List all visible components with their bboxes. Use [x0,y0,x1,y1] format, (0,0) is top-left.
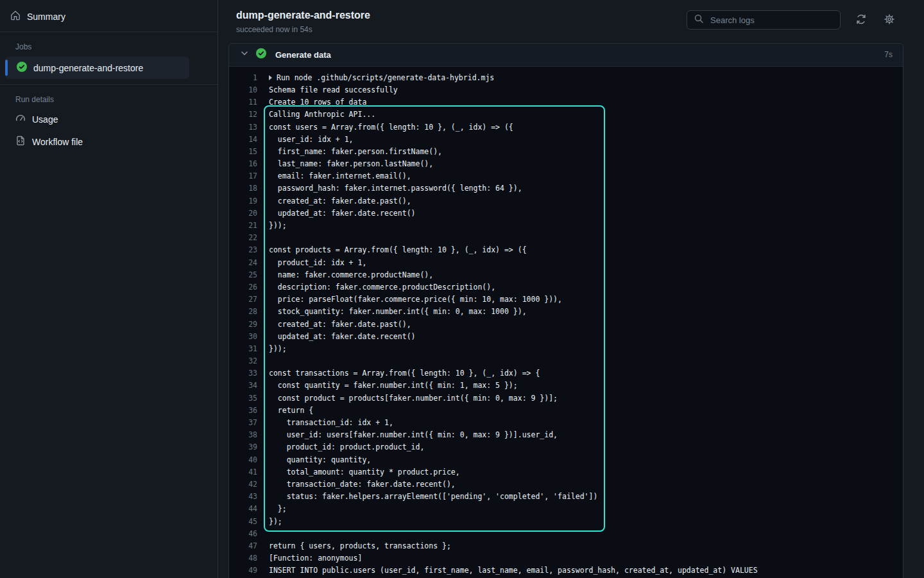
log-line-number[interactable]: 32 [229,355,257,367]
log-line-number[interactable]: 19 [229,195,257,207]
log-line-number[interactable]: 47 [229,540,257,552]
log-lines: 1Run node .github/scripts/generate-data-… [229,67,903,578]
page-title: dump-generate-and-restore [236,9,370,22]
settings-button[interactable] [882,12,897,29]
log-line[interactable]: 15 first_name: faker.person.firstName(), [229,146,903,158]
log-line[interactable]: 16 last_name: faker.person.lastName(), [229,158,903,170]
log-line[interactable]: 11Create 10 rows of data [229,96,903,109]
log-line[interactable]: 41 total_amount: quantity * product.pric… [229,466,903,478]
log-line-number[interactable]: 20 [229,207,257,220]
log-line[interactable]: 31})); [229,343,903,355]
log-line-number[interactable]: 34 [229,380,257,392]
log-line[interactable]: 18 password_hash: faker.internet.passwor… [229,182,903,195]
log-line[interactable]: 35 const product = products[faker.number… [229,392,903,405]
log-line-number[interactable]: 28 [229,306,257,318]
log-line[interactable]: 12Calling Anthropic API... [229,109,903,121]
log-line-number[interactable]: 26 [229,281,257,293]
log-line[interactable]: 23const products = Array.from({ length: … [229,244,903,256]
log-line-number[interactable]: 44 [229,503,257,515]
log-line-text: const quantity = faker.number.int({ min:… [257,380,903,392]
log-line-number[interactable]: 42 [229,478,257,491]
sidebar-divider [0,84,218,85]
log-line-number[interactable]: 31 [229,343,257,355]
log-line-number[interactable]: 36 [229,405,257,417]
log-line-number[interactable]: 1 [229,72,257,84]
log-line[interactable]: 27 price: parseFloat(faker.commerce.pric… [229,293,903,306]
log-line-number[interactable]: 46 [229,528,257,540]
log-line[interactable]: 33const transactions = Array.from({ leng… [229,367,903,380]
log-line[interactable]: 10Schema file read successfully [229,84,903,96]
log-line[interactable]: 49INSERT INTO public.users (user_id, fir… [229,565,903,577]
log-line[interactable]: 14 user_id: idx + 1, [229,134,903,146]
chevron-down-icon[interactable] [239,48,250,61]
sidebar-item-summary[interactable]: Summary [0,4,218,29]
log-line-number[interactable]: 49 [229,565,257,577]
log-line-number[interactable]: 22 [229,232,257,244]
log-line[interactable]: 26 description: faker.commerce.productDe… [229,281,903,293]
log-line-number[interactable]: 27 [229,293,257,306]
log-line[interactable]: 29 created_at: faker.date.past(), [229,319,903,331]
log-line[interactable]: 48[Function: anonymous] [229,552,903,565]
log-line-number[interactable]: 23 [229,244,257,256]
log-line[interactable]: 42 transaction_date: faker.date.recent()… [229,478,903,491]
log-line[interactable]: 22 [229,232,903,244]
log-line[interactable]: 37 transaction_id: idx + 1, [229,417,903,429]
log-line-number[interactable]: 39 [229,441,257,453]
log-line-text: updated_at: faker.date.recent() [257,331,903,343]
search-logs-input[interactable] [709,15,834,26]
log-line[interactable]: 47return { users, products, transactions… [229,540,903,552]
log-line-number[interactable]: 30 [229,331,257,343]
log-line-number[interactable]: 24 [229,257,257,269]
log-line[interactable]: 44 }; [229,503,903,515]
log-line-number[interactable]: 18 [229,182,257,195]
log-line-text: Create 10 rows of data [257,96,903,109]
sidebar-item-usage[interactable]: Usage [0,108,218,130]
log-line-number[interactable]: 16 [229,158,257,170]
log-line-number[interactable]: 35 [229,392,257,405]
log-line-number[interactable]: 25 [229,269,257,281]
log-line[interactable]: 43 status: faker.helpers.arrayElement(['… [229,491,903,503]
log-line-number[interactable]: 41 [229,466,257,478]
log-line-text: transaction_date: faker.date.recent(), [257,478,903,491]
log-line[interactable]: 20 updated_at: faker.date.recent() [229,207,903,220]
sidebar-item-workflow-file[interactable]: Workflow file [0,130,218,153]
log-line-number[interactable]: 48 [229,552,257,565]
log-line[interactable]: 34 const quantity = faker.number.int({ m… [229,380,903,392]
expand-group-icon[interactable] [269,75,272,80]
log-line[interactable]: 32 [229,355,903,367]
log-line[interactable]: 45}); [229,516,903,528]
log-line[interactable]: 25 name: faker.commerce.productName(), [229,269,903,281]
sidebar: Summary Jobs dump-generate-and-restore R… [0,0,218,578]
log-line[interactable]: 38 user_id: users[faker.number.int({ min… [229,429,903,441]
log-line-number[interactable]: 33 [229,367,257,380]
refresh-button[interactable] [853,12,869,29]
log-line-number[interactable]: 13 [229,121,257,134]
log-line-number[interactable]: 11 [229,96,257,109]
log-line-number[interactable]: 40 [229,454,257,466]
log-line[interactable]: 1Run node .github/scripts/generate-data-… [229,72,903,84]
step-header-generate-data[interactable]: Generate data 7s [229,44,903,67]
log-line-number[interactable]: 29 [229,319,257,331]
log-line[interactable]: 28 stock_quantity: faker.number.int({ mi… [229,306,903,318]
log-line-number[interactable]: 21 [229,220,257,232]
log-line-number[interactable]: 45 [229,516,257,528]
log-line[interactable]: 17 email: faker.internet.email(), [229,170,903,182]
log-line[interactable]: 13const users = Array.from({ length: 10 … [229,121,903,134]
log-line[interactable]: 46 [229,528,903,540]
log-line[interactable]: 39 product_id: product.product_id, [229,441,903,453]
sidebar-job-item[interactable]: dump-generate-and-restore [5,57,189,79]
log-line[interactable]: 19 created_at: faker.date.past(), [229,195,903,207]
log-line-number[interactable]: 12 [229,109,257,121]
log-line[interactable]: 40 quantity: quantity, [229,454,903,466]
log-line-number[interactable]: 14 [229,134,257,146]
log-line[interactable]: 36 return { [229,405,903,417]
log-line-number[interactable]: 43 [229,491,257,503]
log-line[interactable]: 30 updated_at: faker.date.recent() [229,331,903,343]
log-line-number[interactable]: 10 [229,84,257,96]
log-line[interactable]: 24 product_id: idx + 1, [229,257,903,269]
log-line[interactable]: 21})); [229,220,903,232]
log-line-number[interactable]: 17 [229,170,257,182]
log-line-number[interactable]: 37 [229,417,257,429]
log-line-number[interactable]: 15 [229,146,257,158]
log-line-number[interactable]: 38 [229,429,257,441]
